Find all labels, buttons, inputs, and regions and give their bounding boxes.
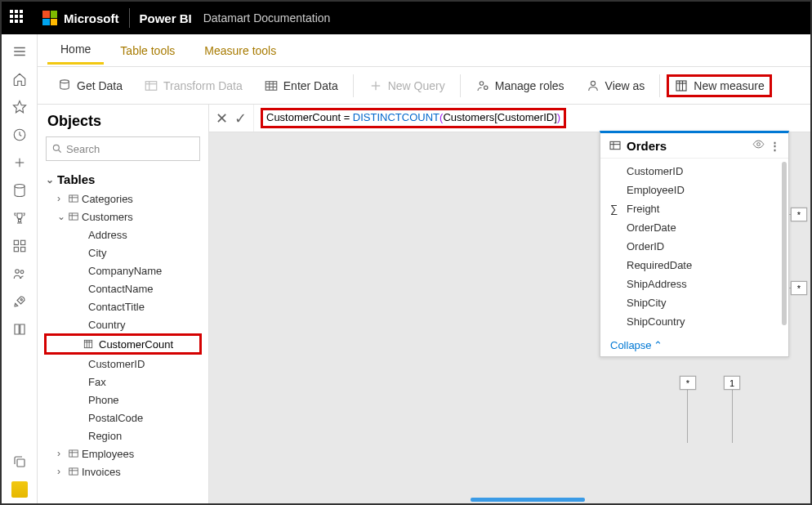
commit-icon[interactable]: ✓ — [234, 109, 247, 127]
formula-input[interactable]: CustomerCount = DISTINCTCOUNT(Customers[… — [253, 105, 810, 132]
field-city[interactable]: City — [38, 244, 208, 261]
field-customer-count[interactable]: CustomerCount — [44, 333, 202, 355]
transform-data-button[interactable]: Transform Data — [136, 74, 251, 98]
search-placeholder: Search — [66, 143, 100, 155]
svg-rect-46 — [69, 450, 78, 457]
orders-field-freight[interactable]: ∑Freight — [600, 199, 788, 218]
table-card-orders[interactable]: Orders ⋮ CustomerID EmployeeID ∑Freight — [600, 131, 789, 357]
field-phone[interactable]: Phone — [38, 391, 208, 409]
model-canvas[interactable]: ✕ ✓ CustomerCount = DISTINCTCOUNT(Custom… — [209, 105, 810, 503]
horizontal-scrollbar[interactable] — [471, 498, 585, 502]
manage-roles-label: Manage roles — [495, 79, 564, 92]
more-icon[interactable]: ⋮ — [770, 140, 780, 152]
new-measure-label: New measure — [694, 79, 764, 92]
formula-arg: Customers[CustomerID] — [443, 111, 556, 123]
collapse-link[interactable]: Collapse ⌃ — [600, 334, 788, 356]
field-region[interactable]: Region — [38, 427, 208, 445]
field-customer-id[interactable]: CustomerID — [38, 355, 208, 373]
table-icon — [68, 211, 79, 222]
svg-rect-20 — [265, 81, 277, 90]
field-company[interactable]: CompanyName — [38, 261, 208, 279]
field-contact-title[interactable]: ContactTitle — [38, 297, 208, 315]
database-icon[interactable] — [2, 177, 37, 204]
objects-sidebar: Objects Search ⌄ Tables › Categories ⌄ — [38, 105, 209, 503]
app-name: Power BI — [140, 11, 192, 25]
svg-point-27 — [480, 81, 484, 85]
field-contact-name[interactable]: ContactName — [38, 279, 208, 297]
orders-field-shipaddress[interactable]: ShipAddress — [600, 275, 788, 293]
table-categories[interactable]: › Categories — [38, 190, 208, 208]
page-subtitle: Datamart Documentation — [203, 11, 331, 25]
orders-field-orderid[interactable]: OrderID — [600, 237, 788, 256]
tab-measure-tools[interactable]: Measure tools — [191, 38, 289, 64]
sidebar-title: Objects — [38, 109, 208, 136]
header-bar: Microsoft Power BI Datamart Documentatio… — [2, 2, 810, 34]
view-as-button[interactable]: View as — [578, 74, 654, 98]
new-query-button[interactable]: New Query — [360, 74, 453, 98]
orders-field-requireddate[interactable]: RequiredDate — [600, 256, 788, 275]
svg-rect-15 — [17, 459, 25, 467]
orders-field-shipcountry[interactable]: ShipCountry — [600, 312, 788, 331]
orders-field-customerid[interactable]: CustomerID — [600, 162, 788, 181]
orders-field-employeeid[interactable]: EmployeeID — [600, 181, 788, 199]
table-invoices[interactable]: › Invoices — [38, 463, 208, 480]
app-launcher-icon[interactable] — [10, 10, 26, 26]
svg-point-12 — [15, 270, 19, 274]
section-tables[interactable]: ⌄ Tables — [38, 169, 208, 190]
enter-data-button[interactable]: Enter Data — [256, 74, 346, 98]
star-icon[interactable] — [2, 93, 37, 121]
svg-rect-11 — [20, 248, 25, 252]
get-data-button[interactable]: Get Data — [49, 74, 131, 98]
book-icon[interactable] — [2, 315, 37, 343]
brand-label: Microsoft — [64, 11, 119, 25]
orders-field-orderdate[interactable]: OrderDate — [600, 218, 788, 237]
field-postal[interactable]: PostalCode — [38, 409, 208, 427]
svg-point-29 — [591, 81, 595, 85]
table-employees[interactable]: › Employees — [38, 445, 208, 463]
field-fax[interactable]: Fax — [38, 373, 208, 391]
copy-icon[interactable] — [2, 448, 37, 476]
eye-icon[interactable] — [752, 138, 765, 153]
svg-rect-36 — [69, 195, 78, 202]
left-nav-rail — [2, 34, 38, 503]
apps-icon[interactable] — [2, 232, 37, 260]
search-input[interactable]: Search — [46, 136, 200, 161]
powerbi-icon[interactable] — [2, 476, 37, 503]
divider — [659, 74, 660, 97]
svg-rect-52 — [610, 141, 620, 149]
cancel-icon[interactable]: ✕ — [216, 109, 228, 127]
plus-icon[interactable] — [2, 149, 37, 177]
field-country[interactable]: Country — [38, 315, 208, 333]
scrollbar[interactable] — [782, 162, 787, 325]
trophy-icon[interactable] — [2, 204, 37, 232]
sigma-icon: ∑ — [610, 203, 618, 215]
rocket-icon[interactable] — [2, 288, 37, 315]
transform-data-label: Transform Data — [163, 79, 243, 92]
menu-icon[interactable] — [2, 38, 37, 65]
svg-point-14 — [20, 299, 22, 301]
orders-field-shipcity[interactable]: ShipCity — [600, 293, 788, 312]
svg-line-35 — [59, 150, 61, 153]
new-query-label: New Query — [388, 79, 445, 92]
tab-table-tools[interactable]: Table tools — [107, 38, 188, 64]
new-measure-button[interactable]: New measure — [667, 74, 771, 97]
home-icon[interactable] — [2, 65, 37, 93]
formula-function: DISTINCTCOUNT — [353, 111, 439, 123]
get-data-label: Get Data — [77, 79, 123, 92]
svg-rect-8 — [14, 240, 18, 244]
field-address[interactable]: Address — [38, 226, 208, 244]
table-icon — [68, 193, 79, 204]
people-icon[interactable] — [2, 260, 37, 288]
clock-icon[interactable] — [2, 121, 37, 149]
tab-home[interactable]: Home — [47, 36, 104, 65]
svg-rect-42 — [84, 340, 91, 347]
toolbar: Get Data Transform Data Enter Data New Q… — [38, 67, 810, 105]
svg-rect-17 — [145, 81, 157, 90]
ribbon-tabs: Home Table tools Measure tools — [38, 34, 810, 67]
table-customers[interactable]: ⌄ Customers — [38, 208, 208, 226]
svg-rect-30 — [676, 81, 686, 91]
table-icon — [68, 466, 79, 477]
svg-rect-9 — [20, 240, 25, 244]
manage-roles-button[interactable]: Manage roles — [467, 74, 573, 98]
svg-point-34 — [53, 145, 59, 150]
